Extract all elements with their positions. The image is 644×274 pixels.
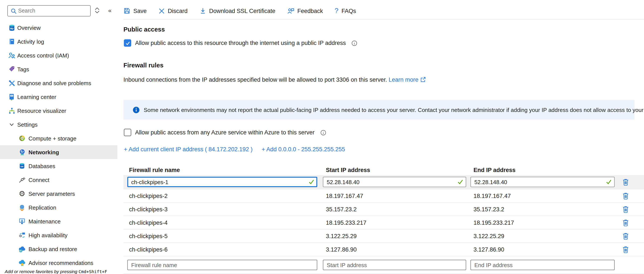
save-button[interactable]: Save xyxy=(124,7,147,14)
start-ip-cell: 18.195.233.217 xyxy=(323,219,470,226)
delete-rule-button[interactable] xyxy=(621,245,630,254)
question-mark-icon: ? xyxy=(334,7,338,14)
delete-rule-button[interactable] xyxy=(621,231,630,241)
end-ip-cell: 3.127.86.90 xyxy=(470,246,618,253)
discard-button[interactable]: Discard xyxy=(158,8,188,14)
end-ip-cell: 3.122.25.29 xyxy=(470,233,618,239)
info-icon[interactable] xyxy=(352,40,358,46)
azure-services-checkbox[interactable] xyxy=(124,129,131,136)
table-row xyxy=(124,175,644,189)
feedback-button[interactable]: Feedback xyxy=(287,7,323,14)
firewall-rules-heading: Firewall rules xyxy=(124,62,163,69)
feedback-icon xyxy=(287,7,294,14)
delete-rule-button[interactable] xyxy=(621,204,630,214)
delete-rule-button[interactable] xyxy=(621,177,630,187)
column-header-rule-name: Firewall rule name xyxy=(124,167,323,173)
valid-check-icon xyxy=(606,179,612,184)
table-row: ch-clickpipes-3 35.157.23.2 35.157.23.2 xyxy=(124,202,644,216)
info-icon[interactable] xyxy=(320,129,326,135)
banner-info-icon xyxy=(132,106,140,113)
delete-rule-button[interactable] xyxy=(621,218,630,227)
azure-services-checkbox-row: Allow public access from any Azure servi… xyxy=(124,129,326,136)
rule-name-cell: ch-clickpipes-5 xyxy=(124,233,323,239)
end-ip-cell: 35.157.23.2 xyxy=(470,206,618,212)
table-row: ch-clickpipes-5 3.122.25.29 3.122.25.29 xyxy=(124,229,644,242)
rule-name-input[interactable] xyxy=(127,177,317,187)
rule-name-cell: ch-clickpipes-4 xyxy=(124,219,323,226)
start-ip-cell: 3.127.86.90 xyxy=(323,246,470,253)
end-ip-cell: 18.195.233.217 xyxy=(470,219,618,226)
table-row: ch-clickpipes-2 18.197.167.47 18.197.167… xyxy=(124,189,644,202)
public-access-checkbox[interactable] xyxy=(124,39,131,47)
end-ip-input[interactable] xyxy=(470,177,615,187)
rule-name-cell: ch-clickpipes-3 xyxy=(124,206,323,212)
new-start-ip-input[interactable] xyxy=(323,260,466,270)
add-ip-links: + Add current client IP address ( 84.172… xyxy=(124,146,345,153)
learn-more-link[interactable]: Learn more xyxy=(389,77,418,83)
public-access-checkbox-row: Allow public access to this resource thr… xyxy=(124,39,358,47)
valid-check-icon xyxy=(308,179,314,184)
new-rule-row xyxy=(124,256,644,274)
valid-check-icon xyxy=(458,179,463,184)
public-access-heading: Public access xyxy=(124,26,165,33)
discard-x-icon xyxy=(158,8,165,14)
networking-content: Save Discard Download SSL Certificate Fe… xyxy=(0,0,644,274)
rule-name-cell: ch-clickpipes-2 xyxy=(124,192,323,199)
start-ip-cell: 3.122.25.29 xyxy=(323,233,470,239)
start-ip-cell: 18.197.167.47 xyxy=(323,192,470,199)
firewall-rules-table: Firewall rule name Start IP address End … xyxy=(124,165,644,274)
download-icon xyxy=(199,7,206,14)
info-banner: Some network environments may not report… xyxy=(124,100,634,120)
new-end-ip-input[interactable] xyxy=(470,260,615,270)
add-current-client-ip-link[interactable]: + Add current client IP address ( 84.172… xyxy=(124,146,252,153)
table-row: ch-clickpipes-4 18.195.233.217 18.195.23… xyxy=(124,216,644,229)
end-ip-cell: 18.197.167.47 xyxy=(470,192,618,199)
start-ip-cell: 35.157.23.2 xyxy=(323,206,470,212)
command-bar: Save Discard Download SSL Certificate Fe… xyxy=(124,4,356,17)
column-header-start-ip: Start IP address xyxy=(323,167,470,173)
rule-name-cell: ch-clickpipes-6 xyxy=(124,246,323,253)
azure-networking-page: « My Overview Activity log Access contro… xyxy=(0,0,644,274)
start-ip-input[interactable] xyxy=(323,177,466,187)
faqs-button[interactable]: ? FAQs xyxy=(334,7,356,14)
download-ssl-certificate-button[interactable]: Download SSL Certificate xyxy=(199,7,276,14)
table-row: ch-clickpipes-6 3.127.86.90 3.127.86.90 xyxy=(124,242,644,256)
add-all-ips-link[interactable]: + Add 0.0.0.0 - 255.255.255.255 xyxy=(262,146,345,153)
firewall-description: Inbound connections from the IP addresse… xyxy=(124,77,426,83)
toolbar-divider xyxy=(124,19,644,20)
column-header-end-ip: End IP address xyxy=(470,167,618,173)
external-link-icon xyxy=(420,77,426,83)
save-icon xyxy=(124,7,130,14)
new-rule-name-input[interactable] xyxy=(127,260,317,270)
delete-rule-button[interactable] xyxy=(621,191,630,200)
table-header-row: Firewall rule name Start IP address End … xyxy=(124,165,644,175)
